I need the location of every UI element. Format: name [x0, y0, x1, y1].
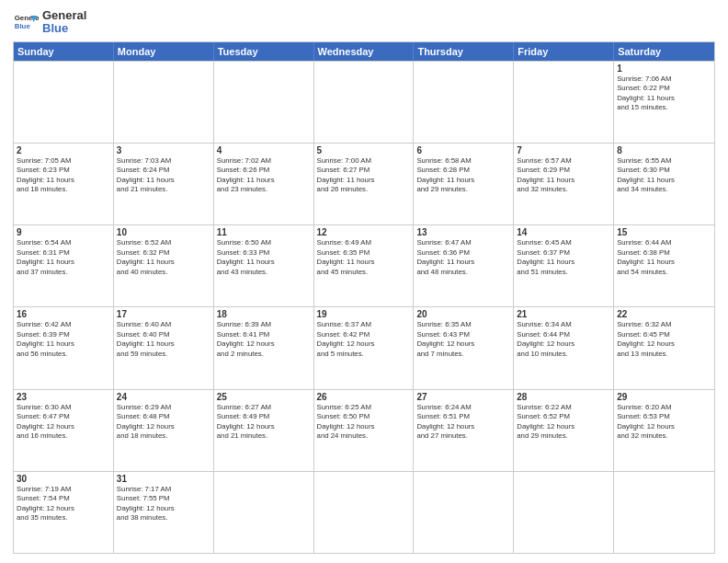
- day-number: 28: [517, 392, 610, 402]
- cell-info: Sunrise: 6:29 AM Sunset: 6:48 PM Dayligh…: [117, 403, 210, 442]
- calendar-cell-empty-0-2: [214, 62, 314, 143]
- cell-info: Sunrise: 7:00 AM Sunset: 6:27 PM Dayligh…: [317, 156, 411, 195]
- calendar-week-1: 2Sunrise: 7:05 AM Sunset: 6:23 PM Daylig…: [14, 143, 714, 224]
- calendar-cell-8: 8Sunrise: 6:55 AM Sunset: 6:30 PM Daylig…: [614, 144, 714, 224]
- logo-general-text: General: [42, 9, 86, 22]
- calendar-cell-empty-0-4: [414, 62, 514, 143]
- cell-info: Sunrise: 6:47 AM Sunset: 6:36 PM Dayligh…: [416, 238, 510, 277]
- calendar-cell-25: 25Sunrise: 6:27 AM Sunset: 6:49 PM Dayli…: [214, 390, 314, 471]
- cell-info: Sunrise: 7:05 AM Sunset: 6:23 PM Dayligh…: [17, 156, 110, 195]
- day-number: 22: [617, 309, 711, 319]
- calendar-cell-6: 6Sunrise: 6:58 AM Sunset: 6:28 PM Daylig…: [414, 144, 514, 224]
- day-number: 10: [117, 227, 210, 237]
- day-number: 24: [117, 392, 210, 402]
- calendar-cell-15: 15Sunrise: 6:44 AM Sunset: 6:38 PM Dayli…: [614, 225, 714, 306]
- calendar-cell-2: 2Sunrise: 7:05 AM Sunset: 6:23 PM Daylig…: [14, 144, 114, 224]
- day-number: 2: [17, 145, 110, 155]
- calendar-cell-19: 19Sunrise: 6:37 AM Sunset: 6:42 PM Dayli…: [314, 307, 415, 388]
- day-number: 17: [117, 309, 210, 319]
- calendar-cell-5: 5Sunrise: 7:00 AM Sunset: 6:27 PM Daylig…: [314, 144, 415, 224]
- calendar-cell-31: 31Sunrise: 7:17 AM Sunset: 7:55 PM Dayli…: [114, 472, 214, 553]
- day-number: 1: [617, 63, 711, 74]
- day-number: 11: [217, 227, 311, 237]
- calendar-cell-empty-5-3: [314, 472, 415, 553]
- calendar-cell-empty-0-1: [114, 62, 214, 143]
- calendar-cell-empty-0-0: [14, 62, 114, 143]
- cell-info: Sunrise: 6:39 AM Sunset: 6:41 PM Dayligh…: [217, 320, 311, 359]
- cell-info: Sunrise: 6:40 AM Sunset: 6:40 PM Dayligh…: [117, 320, 210, 359]
- cell-info: Sunrise: 6:25 AM Sunset: 6:50 PM Dayligh…: [317, 403, 411, 442]
- calendar-cell-24: 24Sunrise: 6:29 AM Sunset: 6:48 PM Dayli…: [114, 390, 214, 471]
- cell-info: Sunrise: 7:19 AM Sunset: 7:54 PM Dayligh…: [17, 485, 110, 523]
- calendar-cell-16: 16Sunrise: 6:42 AM Sunset: 6:39 PM Dayli…: [14, 307, 114, 388]
- calendar-cell-11: 11Sunrise: 6:50 AM Sunset: 6:33 PM Dayli…: [214, 225, 314, 306]
- header-day-tuesday: Tuesday: [214, 42, 314, 61]
- day-number: 4: [217, 145, 311, 155]
- day-number: 31: [117, 474, 210, 484]
- calendar-cell-10: 10Sunrise: 6:52 AM Sunset: 6:32 PM Dayli…: [114, 225, 214, 306]
- cell-info: Sunrise: 6:42 AM Sunset: 6:39 PM Dayligh…: [17, 320, 110, 359]
- calendar-cell-30: 30Sunrise: 7:19 AM Sunset: 7:54 PM Dayli…: [14, 472, 114, 553]
- day-number: 7: [517, 145, 610, 155]
- calendar-cell-7: 7Sunrise: 6:57 AM Sunset: 6:29 PM Daylig…: [514, 144, 614, 224]
- cell-info: Sunrise: 6:49 AM Sunset: 6:35 PM Dayligh…: [317, 238, 411, 277]
- page-header: General Blue General Blue: [13, 9, 715, 36]
- calendar-cell-13: 13Sunrise: 6:47 AM Sunset: 6:36 PM Dayli…: [414, 225, 514, 306]
- calendar-cell-27: 27Sunrise: 6:24 AM Sunset: 6:51 PM Dayli…: [414, 390, 514, 471]
- day-number: 29: [617, 392, 711, 402]
- day-number: 25: [217, 392, 311, 402]
- calendar-cell-21: 21Sunrise: 6:34 AM Sunset: 6:44 PM Dayli…: [514, 307, 614, 388]
- cell-info: Sunrise: 6:24 AM Sunset: 6:51 PM Dayligh…: [416, 403, 510, 442]
- cell-info: Sunrise: 6:54 AM Sunset: 6:31 PM Dayligh…: [17, 238, 110, 277]
- calendar-cell-empty-5-4: [414, 472, 514, 553]
- logo: General Blue General Blue: [13, 9, 86, 36]
- cell-info: Sunrise: 6:32 AM Sunset: 6:45 PM Dayligh…: [617, 320, 711, 359]
- cell-info: Sunrise: 6:20 AM Sunset: 6:53 PM Dayligh…: [617, 403, 711, 442]
- day-number: 14: [517, 227, 610, 237]
- cell-info: Sunrise: 6:44 AM Sunset: 6:38 PM Dayligh…: [617, 238, 711, 277]
- cell-info: Sunrise: 7:02 AM Sunset: 6:26 PM Dayligh…: [217, 156, 311, 195]
- day-number: 13: [416, 227, 510, 237]
- calendar-week-5: 30Sunrise: 7:19 AM Sunset: 7:54 PM Dayli…: [14, 471, 714, 553]
- calendar-week-3: 16Sunrise: 6:42 AM Sunset: 6:39 PM Dayli…: [14, 306, 714, 388]
- calendar-cell-9: 9Sunrise: 6:54 AM Sunset: 6:31 PM Daylig…: [14, 225, 114, 306]
- cell-info: Sunrise: 6:55 AM Sunset: 6:30 PM Dayligh…: [617, 156, 711, 195]
- calendar-cell-14: 14Sunrise: 6:45 AM Sunset: 6:37 PM Dayli…: [514, 225, 614, 306]
- calendar-cell-20: 20Sunrise: 6:35 AM Sunset: 6:43 PM Dayli…: [414, 307, 514, 388]
- cell-info: Sunrise: 6:37 AM Sunset: 6:42 PM Dayligh…: [317, 320, 411, 359]
- calendar-week-4: 23Sunrise: 6:30 AM Sunset: 6:47 PM Dayli…: [14, 389, 714, 471]
- cell-info: Sunrise: 6:57 AM Sunset: 6:29 PM Dayligh…: [517, 156, 610, 195]
- cell-info: Sunrise: 6:52 AM Sunset: 6:32 PM Dayligh…: [117, 238, 210, 277]
- day-number: 15: [617, 227, 711, 237]
- header-day-monday: Monday: [114, 42, 214, 61]
- cell-info: Sunrise: 6:50 AM Sunset: 6:33 PM Dayligh…: [217, 238, 311, 277]
- calendar-cell-empty-5-6: [614, 472, 714, 553]
- day-number: 12: [317, 227, 411, 237]
- day-number: 6: [416, 145, 510, 155]
- day-number: 20: [416, 309, 510, 319]
- day-number: 21: [517, 309, 610, 319]
- cell-info: Sunrise: 6:34 AM Sunset: 6:44 PM Dayligh…: [517, 320, 610, 359]
- header-day-thursday: Thursday: [414, 42, 514, 61]
- header-day-wednesday: Wednesday: [314, 42, 415, 61]
- calendar-cell-18: 18Sunrise: 6:39 AM Sunset: 6:41 PM Dayli…: [214, 307, 314, 388]
- calendar-cell-26: 26Sunrise: 6:25 AM Sunset: 6:50 PM Dayli…: [314, 390, 415, 471]
- day-number: 23: [17, 392, 110, 402]
- calendar-cell-22: 22Sunrise: 6:32 AM Sunset: 6:45 PM Dayli…: [614, 307, 714, 388]
- calendar-cell-23: 23Sunrise: 6:30 AM Sunset: 6:47 PM Dayli…: [14, 390, 114, 471]
- header-day-sunday: Sunday: [14, 42, 114, 61]
- cell-info: Sunrise: 6:27 AM Sunset: 6:49 PM Dayligh…: [217, 403, 311, 442]
- calendar-cell-4: 4Sunrise: 7:02 AM Sunset: 6:26 PM Daylig…: [214, 144, 314, 224]
- calendar-cell-17: 17Sunrise: 6:40 AM Sunset: 6:40 PM Dayli…: [114, 307, 214, 388]
- calendar-cell-empty-0-3: [314, 62, 415, 143]
- calendar-week-2: 9Sunrise: 6:54 AM Sunset: 6:31 PM Daylig…: [14, 224, 714, 306]
- day-number: 8: [617, 145, 711, 155]
- calendar-cell-empty-5-2: [214, 472, 314, 553]
- calendar-week-0: 1Sunrise: 7:06 AM Sunset: 6:22 PM Daylig…: [14, 61, 714, 143]
- day-number: 5: [317, 145, 411, 155]
- header-day-friday: Friday: [514, 42, 614, 61]
- calendar-body: 1Sunrise: 7:06 AM Sunset: 6:22 PM Daylig…: [14, 61, 714, 553]
- cell-info: Sunrise: 6:58 AM Sunset: 6:28 PM Dayligh…: [416, 156, 510, 195]
- day-number: 3: [117, 145, 210, 155]
- cell-info: Sunrise: 7:17 AM Sunset: 7:55 PM Dayligh…: [117, 485, 210, 523]
